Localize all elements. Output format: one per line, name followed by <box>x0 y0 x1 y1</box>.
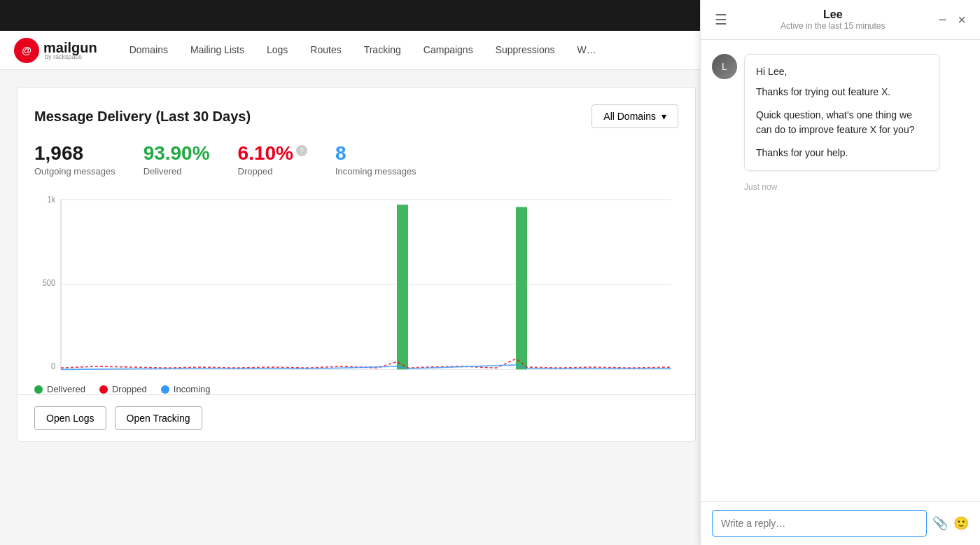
chat-line2: Quick question, what's one thing we can … <box>756 108 928 137</box>
chart-legend: Delivered Dropped Incoming <box>34 384 678 394</box>
legend-dropped-label: Dropped <box>112 384 147 394</box>
reply-input[interactable] <box>712 510 927 537</box>
dropdown-label: All Domains <box>603 111 656 122</box>
chat-bubble: Hi Lee, Thanks for trying out feature X.… <box>744 54 940 171</box>
card-footer: Open Logs Open Tracking <box>18 394 695 441</box>
legend-dropped: Dropped <box>99 384 147 394</box>
stat-delivered: 93.90% Delivered <box>144 142 210 177</box>
attachment-icon[interactable]: 📎 <box>932 516 948 531</box>
card-title: Message Delivery (Last 30 Days) <box>34 109 251 125</box>
chart-container: 1k 500 0 08/31 09/ <box>34 193 678 375</box>
delivery-chart: 1k 500 0 08/31 09/ <box>34 193 678 375</box>
message-delivery-card: Message Delivery (Last 30 Days) All Doma… <box>17 87 696 442</box>
card-header: Message Delivery (Last 30 Days) All Doma… <box>34 104 678 128</box>
chat-header-actions: − × <box>936 9 969 31</box>
stat-incoming: 8 Incoming messages <box>335 142 416 177</box>
delivered-value: 93.90% <box>144 142 210 165</box>
open-tracking-button[interactable]: Open Tracking <box>115 406 202 430</box>
chat-line3: Thanks for your help. <box>756 146 928 160</box>
legend-delivered: Delivered <box>34 384 85 394</box>
domains-dropdown[interactable]: All Domains ▾ <box>592 104 678 128</box>
svg-text:0: 0 <box>51 362 55 371</box>
chat-greeting: Hi Lee, <box>756 64 928 79</box>
chat-footer: 📎 🙂 <box>701 501 980 545</box>
svg-text:1k: 1k <box>47 195 55 204</box>
logo: @ mailgun by rackspace <box>14 38 97 63</box>
outgoing-value: 1,968 <box>34 142 115 165</box>
close-button[interactable]: × <box>955 9 969 31</box>
hamburger-menu-button[interactable]: ☰ <box>712 8 730 31</box>
svg-rect-10 <box>516 207 527 370</box>
chat-panel: ☰ Lee Active in the last 15 minutes − × … <box>700 0 980 545</box>
svg-text:@: @ <box>22 45 31 56</box>
legend-delivered-label: Delivered <box>47 384 85 394</box>
logo-icon: @ <box>14 38 39 63</box>
nav-tracking[interactable]: Tracking <box>353 31 412 70</box>
legend-incoming-label: Incoming <box>174 384 211 394</box>
chat-timestamp: Just now <box>712 182 969 192</box>
incoming-label: Incoming messages <box>335 166 416 177</box>
chat-body: L Hi Lee, Thanks for trying out feature … <box>701 40 980 501</box>
nav-logs[interactable]: Logs <box>255 31 299 70</box>
nav-mailing-lists[interactable]: Mailing Lists <box>179 31 255 70</box>
dropped-dot <box>99 385 108 394</box>
svg-rect-9 <box>397 205 408 369</box>
nav-routes[interactable]: Routes <box>299 31 352 70</box>
chat-user-name: Lee <box>823 8 843 21</box>
emoji-icon[interactable]: 🙂 <box>953 516 969 531</box>
chat-line1: Thanks for trying out feature X. <box>756 85 928 99</box>
avatar-image: L <box>712 54 737 79</box>
outgoing-label: Outgoing messages <box>34 166 115 177</box>
avatar: L <box>712 54 737 79</box>
legend-incoming: Incoming <box>161 384 211 394</box>
stat-outgoing: 1,968 Outgoing messages <box>34 142 115 177</box>
incoming-value: 8 <box>335 142 416 165</box>
delivered-dot <box>34 385 43 394</box>
dropped-with-help: 6.10% ? <box>238 142 307 165</box>
nav-suppressions[interactable]: Suppressions <box>484 31 566 70</box>
open-logs-button[interactable]: Open Logs <box>34 406 106 430</box>
nav-more[interactable]: W… <box>566 31 608 70</box>
nav-campaigns[interactable]: Campaigns <box>412 31 484 70</box>
incoming-dot <box>161 385 169 394</box>
chat-user-status: Active in the last 15 minutes <box>780 21 885 31</box>
dropped-value: 6.10% <box>238 142 293 165</box>
delivered-label: Delivered <box>144 166 210 177</box>
logo-text-block: mailgun by rackspace <box>43 40 97 60</box>
minimize-button[interactable]: − <box>936 9 950 31</box>
help-icon[interactable]: ? <box>296 145 307 156</box>
nav-domains[interactable]: Domains <box>118 31 179 70</box>
svg-text:500: 500 <box>43 279 55 287</box>
chat-user-info: Lee Active in the last 15 minutes <box>730 8 936 31</box>
chevron-down-icon: ▾ <box>662 111 666 122</box>
chat-header: ☰ Lee Active in the last 15 minutes − × <box>701 0 980 40</box>
dropped-label: Dropped <box>238 166 307 177</box>
stats-row: 1,968 Outgoing messages 93.90% Delivered… <box>34 142 678 177</box>
stat-dropped: 6.10% ? Dropped <box>238 142 307 177</box>
chat-message-row: L Hi Lee, Thanks for trying out feature … <box>712 54 969 171</box>
